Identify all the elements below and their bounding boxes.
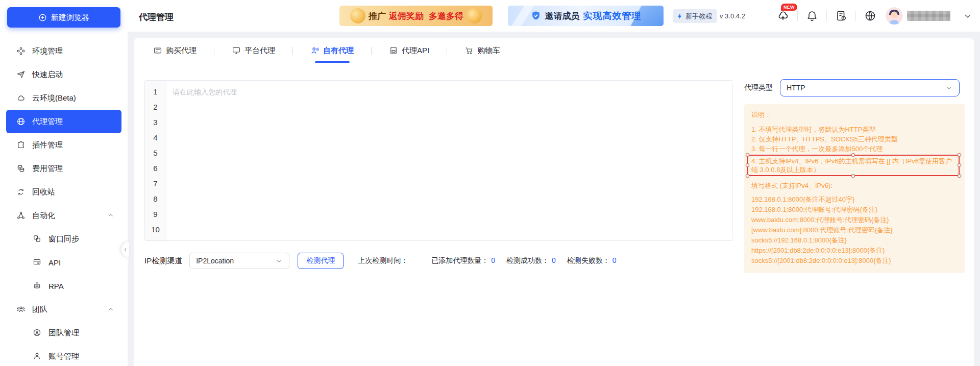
puzzle-icon (16, 140, 26, 150)
order-list-icon[interactable] (835, 10, 847, 22)
new-browser-label: 新建浏览器 (51, 13, 89, 22)
sidebar-item-recycle-bin[interactable]: 回收站 (6, 180, 121, 204)
main-content: 购买代理 平台代理 自有代理 代理API 购物车 (134, 38, 974, 366)
right-panel: 代理类型 HTTP 说明： 1. 不填写代理类型时，将默认为HTTP类型 2. … (744, 79, 965, 273)
divider (214, 47, 214, 55)
coin-icon (350, 8, 365, 23)
cloud-icon (16, 93, 26, 103)
detection-bar: IP检测渠道 IP2Location 检测代理 上次检测时间： 已添加代理数量：… (144, 253, 961, 269)
selection-handle[interactable] (746, 163, 749, 167)
sidebar-item-label: 回收站 (32, 187, 55, 197)
language-globe-icon[interactable] (864, 10, 876, 22)
sidebar-item-quick-launch[interactable]: 快速启动 (6, 63, 121, 86)
line-number: 6 (145, 161, 166, 176)
editor-placeholder: 请在此输入您的代理 (173, 84, 237, 100)
new-badge: NEW (781, 4, 797, 11)
chevron-up-icon (107, 306, 114, 313)
automation-icon (16, 211, 26, 220)
page-title: 代理管理 (139, 11, 174, 23)
sidebar-item-api[interactable]: API (6, 251, 121, 274)
avatar[interactable] (886, 7, 903, 25)
instruction-item-highlighted: 4. 主机支持IPv4、IPv6，IPv6的主机需填写在 [] 内（IPv6需使… (751, 157, 952, 174)
ip-check-channel-select[interactable]: IP2Location (189, 253, 289, 269)
instruction-item: 2. 仅支持HTTP、HTTPS、SOCKS5三种代理类型 (751, 134, 958, 144)
tab-cart[interactable]: 购物车 (464, 38, 500, 63)
sidebar-item-rpa[interactable]: RPA (6, 274, 121, 298)
header: 代理管理 推广 返佣奖励 多邀多得 邀请成员 实现高效管理 新手教程 v 3.0… (128, 0, 980, 32)
sidebar-item-window-sync[interactable]: 窗口同步 (6, 227, 121, 251)
tab-label: 购买代理 (166, 46, 197, 56)
team-icon (16, 305, 26, 314)
line-number: 4 (145, 130, 166, 145)
sidebar-item-team[interactable]: 团队 (6, 298, 121, 321)
sidebar-item-label: 账号管理 (48, 352, 79, 361)
sidebar-item-label: 云环境(Beta) (32, 93, 76, 103)
chevron-down-icon[interactable] (963, 11, 973, 21)
divider (855, 11, 856, 21)
line-number: 9 (145, 207, 166, 222)
api-card-icon (33, 258, 42, 267)
stat-success: 检测成功数：0 (506, 256, 556, 265)
sidebar-item-label: API (48, 258, 61, 267)
version-label: v 3.0.4.2 (720, 12, 745, 20)
promo-banner-invite[interactable]: 邀请成员 实现高效管理 (508, 6, 664, 26)
selection-handle[interactable] (958, 153, 961, 157)
selection-handle[interactable] (851, 153, 855, 157)
tab-platform-proxy[interactable]: 平台代理 (232, 38, 275, 63)
format-example: 192.168.0.1:8000:代理账号:代理密码{备注} (751, 205, 958, 215)
selection-handle[interactable] (746, 174, 749, 178)
line-number: 2 (145, 100, 166, 115)
promo-text-highlight: 实现高效管理 (583, 10, 642, 22)
stat-added: 已添加代理数量：0 (431, 256, 495, 265)
proxy-input-editor[interactable]: 1 2 3 4 5 6 7 8 9 10 请在此输入您的代理 (144, 80, 732, 241)
tab-buy-proxy[interactable]: 购买代理 (153, 38, 197, 63)
proxy-type-select[interactable]: HTTP (780, 79, 960, 96)
sidebar-item-billing[interactable]: 费用管理 (6, 157, 121, 180)
sidebar-item-environment[interactable]: 环境管理 (6, 39, 121, 63)
promo-text-highlight: 返佣奖励 (389, 10, 424, 22)
tab-label: 代理API (402, 46, 429, 56)
new-browser-button[interactable]: 新建浏览器 (7, 7, 120, 28)
stat-success-value: 0 (552, 256, 556, 264)
sidebar-item-label: 费用管理 (32, 164, 63, 174)
promo-banner-referral[interactable]: 推广 返佣奖励 多邀多得 (339, 6, 493, 26)
sidebar: 新建浏览器 环境管理 快速启动 云环境(Beta) 代理管理 插件管理 (0, 0, 128, 366)
sidebar-item-team-management[interactable]: 团队管理 (6, 321, 121, 345)
format-example: 192.168.0.1:8000{备注不超过40字} (751, 194, 958, 205)
line-number: 1 (145, 84, 166, 100)
sidebar-item-plugins[interactable]: 插件管理 (6, 133, 121, 157)
selection-handle[interactable] (958, 174, 961, 178)
sidebar-item-proxy-management[interactable]: 代理管理 (6, 110, 121, 133)
proxy-textarea[interactable]: 请在此输入您的代理 (166, 81, 732, 240)
cloud-upload-icon[interactable]: NEW (777, 10, 789, 22)
format-example: www.baidu.com:8000:代理账号:代理密码{备注} (751, 215, 958, 225)
tab-own-proxy[interactable]: 自有代理 (310, 38, 354, 63)
annotation-selection-box[interactable]: 4. 主机支持IPv4、IPv6，IPv6的主机需填写在 [] 内（IPv6需使… (747, 155, 960, 176)
tutorial-button[interactable]: 新手教程 (673, 9, 717, 23)
sidebar-item-automation[interactable]: 自动化 (6, 204, 121, 227)
instructions-box: 说明： 1. 不填写代理类型时，将默认为HTTP类型 2. 仅支持HTTP、HT… (744, 104, 965, 273)
selection-handle[interactable] (746, 153, 749, 157)
selection-handle[interactable] (958, 163, 961, 167)
ip-check-channel-label: IP检测渠道 (144, 256, 182, 266)
sidebar-item-label: 团队管理 (48, 328, 79, 338)
sidebar-item-label: 自动化 (32, 211, 55, 221)
shield-check-icon (530, 10, 542, 21)
proxy-type-value: HTTP (787, 84, 805, 92)
selection-handle[interactable] (851, 174, 855, 178)
app-window: 新建浏览器 环境管理 快速启动 云环境(Beta) 代理管理 插件管理 (0, 0, 980, 366)
instruction-item: 1. 不填写代理类型时，将默认为HTTP类型 (751, 125, 958, 134)
robot-icon (33, 281, 42, 290)
sidebar-item-label: RPA (48, 282, 64, 290)
coins-icon (16, 164, 26, 173)
tab-proxy-api[interactable]: 代理API (389, 38, 429, 63)
tab-label: 平台代理 (244, 46, 275, 56)
username-blurred[interactable] (907, 11, 950, 21)
sidebar-item-cloud-env[interactable]: 云环境(Beta) (6, 86, 121, 110)
check-proxy-button[interactable]: 检测代理 (298, 253, 344, 269)
bell-icon[interactable] (806, 10, 818, 22)
divider (826, 11, 827, 21)
sidebar-item-account-management[interactable]: 账号管理 (6, 345, 121, 366)
promo-text-highlight: 多邀多得 (429, 10, 463, 22)
line-number-gutter: 1 2 3 4 5 6 7 8 9 10 (145, 81, 166, 240)
